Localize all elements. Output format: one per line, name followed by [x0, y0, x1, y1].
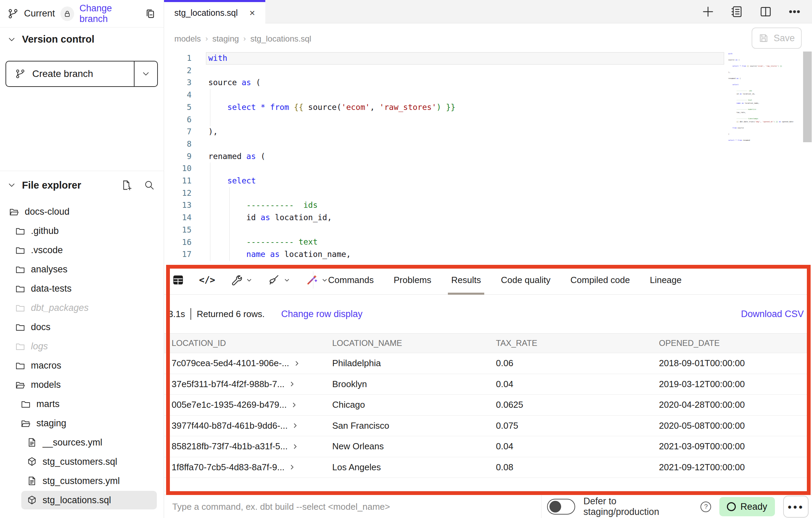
- code-line[interactable]: [206, 138, 724, 150]
- editor-minimap[interactable]: with source as ( select * from {{ source…: [728, 52, 801, 142]
- code-line[interactable]: [206, 187, 724, 200]
- tree-item-stg-customers-sql[interactable]: stg_customers.sql: [0, 452, 162, 471]
- create-branch-menu-button[interactable]: [134, 61, 157, 86]
- minimap-line: select * from renamed: [728, 139, 801, 142]
- code-line[interactable]: select * from {{ source('ecom', 'raw_sto…: [206, 101, 724, 114]
- model-icon: [27, 495, 37, 505]
- results-tab-code-quality[interactable]: Code quality: [501, 265, 550, 295]
- copy-icon[interactable]: [144, 8, 156, 20]
- column-header: TAX_RATE: [496, 338, 659, 348]
- tree-item-docs-cloud[interactable]: docs-cloud: [0, 202, 162, 221]
- toolbar-divider: [313, 271, 313, 289]
- code-line[interactable]: [206, 65, 724, 77]
- tree-item-stg-locations-sql[interactable]: stg_locations.sql: [0, 491, 162, 510]
- compile-code-button[interactable]: </>: [199, 275, 215, 285]
- breadcrumb-file[interactable]: stg_locations.sql: [250, 34, 311, 44]
- search-icon[interactable]: [144, 180, 155, 191]
- code-line[interactable]: source as (: [206, 77, 724, 89]
- breadcrumb-models[interactable]: models: [174, 34, 201, 44]
- expand-row-icon[interactable]: [292, 422, 299, 429]
- command-input[interactable]: Type a command, ex. dbt build --select <…: [172, 495, 390, 518]
- cell-opened-date: 2020-04-28T00:00:00: [659, 399, 811, 410]
- tree-item-staging[interactable]: staging: [0, 414, 162, 433]
- model-icon: [27, 457, 37, 467]
- tree-item-github[interactable]: .github: [0, 221, 162, 240]
- tree-item-macros[interactable]: macros: [0, 356, 162, 375]
- change-branch-link[interactable]: Change branch: [80, 3, 139, 24]
- expand-row-icon[interactable]: [289, 464, 295, 471]
- ai-fix-button[interactable]: [306, 274, 328, 286]
- new-file-icon[interactable]: [121, 180, 132, 191]
- version-control-header[interactable]: Version control: [8, 34, 94, 45]
- code-line[interactable]: name as location_name,: [206, 248, 724, 261]
- tree-item-sources-yml[interactable]: __sources.yml: [0, 433, 162, 452]
- line-number: 14: [167, 212, 192, 224]
- wrench-icon: [230, 274, 242, 286]
- split-editor-icon[interactable]: [759, 5, 772, 18]
- code-line[interactable]: renamed as (: [206, 150, 724, 163]
- notebook-icon[interactable]: [730, 5, 743, 18]
- change-row-display-link[interactable]: Change row display: [281, 309, 362, 319]
- expand-row-icon[interactable]: [293, 360, 300, 367]
- code-line[interactable]: ---------- text: [206, 236, 724, 248]
- results-tab-results[interactable]: Results: [451, 265, 481, 295]
- results-tab-problems[interactable]: Problems: [394, 265, 431, 295]
- tree-item-data-tests[interactable]: data-tests: [0, 279, 162, 298]
- table-row: 005e7e1c-1935-4269-b479...Chicago0.06252…: [164, 395, 811, 416]
- tree-item-label: staging: [36, 418, 66, 429]
- minimap-line: select: [728, 83, 801, 86]
- tree-item-logs[interactable]: logs: [0, 337, 162, 356]
- format-button[interactable]: [268, 274, 291, 286]
- chevron-down-icon: [142, 70, 150, 78]
- results-tab-compiled-code[interactable]: Compiled code: [570, 265, 630, 295]
- tab-stg-locations[interactable]: stg_locations.sql ×: [164, 0, 265, 24]
- code-line[interactable]: id as location_id,: [206, 212, 724, 224]
- save-label: Save: [774, 33, 795, 44]
- code-line[interactable]: ---------- ids: [206, 199, 724, 212]
- indent-guide: [229, 187, 230, 261]
- code-line[interactable]: select: [206, 175, 724, 187]
- minimap-line: select * from {{ source('ecom', 'raw_sto…: [728, 65, 801, 68]
- expand-row-icon[interactable]: [292, 443, 299, 450]
- help-icon[interactable]: ?: [700, 502, 711, 512]
- tree-item-marts[interactable]: marts: [0, 394, 162, 414]
- magic-wand-icon: [306, 274, 317, 286]
- tree-item-models[interactable]: models: [0, 375, 162, 394]
- preview-table-button[interactable]: [172, 274, 184, 286]
- cell-location-id: 7c079cea-5ed4-4101-906e-...: [172, 358, 332, 369]
- defer-toggle[interactable]: [547, 499, 575, 515]
- tree-item-analyses[interactable]: analyses: [0, 260, 162, 279]
- table-row: 3977f440-b87d-461b-9dd6-...San Francisco…: [164, 416, 811, 437]
- expand-row-icon[interactable]: [289, 381, 295, 387]
- code-line[interactable]: [206, 89, 724, 101]
- folder-icon: [15, 341, 25, 351]
- results-tab-lineage[interactable]: Lineage: [650, 265, 682, 295]
- column-header: OPENED_DATE: [659, 338, 811, 348]
- build-button[interactable]: [230, 274, 253, 286]
- expand-row-icon[interactable]: [291, 402, 298, 408]
- code-editor[interactable]: with source as ( select * from {{ source…: [206, 52, 724, 261]
- code-line[interactable]: [206, 162, 724, 175]
- save-button[interactable]: Save: [752, 27, 802, 49]
- download-csv-link[interactable]: Download CSV: [741, 309, 804, 319]
- file-explorer-header[interactable]: File explorer: [8, 176, 155, 194]
- code-line[interactable]: [206, 113, 724, 126]
- breadcrumb-staging[interactable]: staging: [212, 34, 239, 44]
- editor-scrollbar-thumb[interactable]: [803, 52, 812, 142]
- tab-close-icon[interactable]: ×: [250, 8, 255, 19]
- results-table-body: 7c079cea-5ed4-4101-906e-...Philadelphia0…: [164, 353, 811, 491]
- tree-item-docs[interactable]: docs: [0, 317, 162, 337]
- tree-item-vscode[interactable]: .vscode: [0, 240, 162, 260]
- chevron-down-icon: [321, 276, 328, 284]
- tree-item-dbt-packages[interactable]: dbt_packages: [0, 298, 162, 317]
- more-options-icon[interactable]: [788, 5, 801, 18]
- code-line[interactable]: ),: [206, 126, 724, 138]
- more-actions-button[interactable]: ●●●: [783, 496, 809, 518]
- line-number: 7: [167, 126, 192, 138]
- create-branch-button[interactable]: Create branch: [5, 61, 158, 87]
- new-tab-icon[interactable]: [701, 5, 715, 18]
- code-line[interactable]: [206, 224, 724, 236]
- code-line[interactable]: with: [206, 52, 724, 65]
- results-tab-commands[interactable]: Commands: [328, 265, 374, 295]
- tree-item-stg-customers-yml[interactable]: stg_customers.yml: [0, 471, 162, 491]
